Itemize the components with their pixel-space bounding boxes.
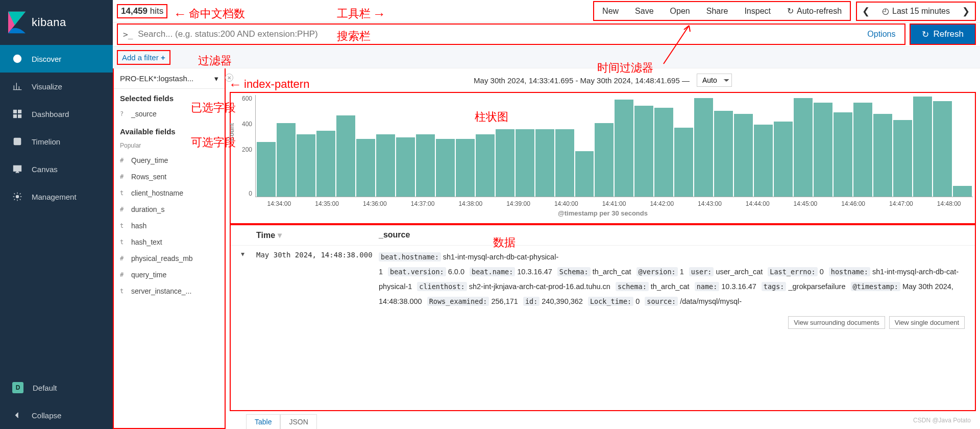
search-options-button[interactable]: Options <box>863 30 899 39</box>
table-row: ▾ May 30th 2024, 14:48:38.000 beat.hostn… <box>231 246 975 313</box>
save-button[interactable]: Save <box>627 2 662 20</box>
expand-row-button[interactable]: ▾ <box>241 250 256 258</box>
nav-dashboard[interactable]: Dashboard <box>0 100 113 128</box>
interval-select[interactable]: Auto <box>697 74 732 87</box>
tab-json[interactable]: JSON <box>280 414 316 429</box>
available-field[interactable]: tclient_hostname <box>114 185 225 201</box>
time-next-button[interactable]: ❯ <box>957 3 975 20</box>
field-value: 6.0.0 <box>448 268 464 276</box>
bar[interactable] <box>436 139 455 197</box>
field-key: beat.name: <box>470 267 515 276</box>
bar[interactable] <box>694 98 713 197</box>
topbar: 14,459 hits NewSaveOpenShareInspect↻ Aut… <box>113 0 980 22</box>
logo-text: kibana <box>32 16 66 29</box>
bar[interactable] <box>873 114 892 197</box>
bar[interactable] <box>595 123 614 197</box>
nav-canvas[interactable]: Canvas <box>0 155 113 183</box>
bar[interactable] <box>654 108 673 197</box>
open-button[interactable]: Open <box>662 2 698 20</box>
svg-point-7 <box>16 196 19 198</box>
nav-management[interactable]: Management <box>0 183 113 210</box>
bar[interactable] <box>853 103 872 197</box>
field-type-icon: # <box>120 206 126 213</box>
bar[interactable] <box>476 134 495 197</box>
bar[interactable] <box>814 103 832 197</box>
bar[interactable] <box>714 111 733 197</box>
chart-bars[interactable] <box>255 95 973 197</box>
bar[interactable] <box>356 139 375 197</box>
bar[interactable] <box>734 114 753 197</box>
bar[interactable] <box>336 115 355 197</box>
available-field[interactable]: thash <box>114 218 225 234</box>
bar[interactable] <box>376 134 395 197</box>
col-source[interactable]: _source <box>379 230 410 240</box>
field-value: 0 <box>635 297 640 305</box>
nav-visualize[interactable]: Visualize <box>0 73 113 100</box>
field-value: /data/mysql/mysql- <box>680 297 742 305</box>
svg-rect-2 <box>18 110 21 113</box>
share-button[interactable]: Share <box>698 2 737 20</box>
bar[interactable] <box>316 131 335 197</box>
field-value: _grokparsefailure <box>788 282 845 291</box>
search-input[interactable] <box>138 29 858 39</box>
bar[interactable] <box>834 112 852 197</box>
nav-timelion[interactable]: Timelion <box>0 128 113 155</box>
gear-icon <box>12 192 22 202</box>
bar[interactable] <box>774 122 793 197</box>
nav-default[interactable]: DDefault <box>0 374 113 401</box>
bar[interactable] <box>535 129 554 197</box>
bar[interactable] <box>277 123 296 197</box>
index-pattern-selector[interactable]: PRO-ELK*:logstash...▾ <box>114 68 225 89</box>
tab-table[interactable]: Table <box>246 414 280 429</box>
svg-rect-3 <box>14 115 17 118</box>
bar[interactable] <box>953 186 972 197</box>
bar[interactable] <box>674 128 693 197</box>
time-prev-button[interactable]: ❮ <box>857 3 875 20</box>
chevron-down-icon: ▾ <box>214 74 218 83</box>
doc-button[interactable]: View single document <box>889 316 965 329</box>
bar[interactable] <box>396 137 415 197</box>
available-field[interactable]: #physical_reads_mb <box>114 250 225 267</box>
auto-refresh-button[interactable]: ↻ Auto-refresh <box>779 2 850 20</box>
new-button[interactable]: New <box>594 2 627 20</box>
bar[interactable] <box>555 129 574 197</box>
doc-buttons: View surrounding documentsView single do… <box>231 313 975 332</box>
available-field[interactable]: #Rows_sent <box>114 169 225 185</box>
field-key: id: <box>523 297 540 306</box>
bar[interactable] <box>754 125 773 197</box>
refresh-button[interactable]: ↻ Refresh <box>910 23 976 45</box>
bar[interactable] <box>893 120 912 197</box>
bar[interactable] <box>634 106 653 197</box>
compass-icon <box>12 54 22 64</box>
bar[interactable] <box>496 129 514 197</box>
logo[interactable]: kibana <box>0 0 113 45</box>
available-field[interactable]: #Query_time <box>114 152 225 169</box>
bar[interactable] <box>257 142 276 197</box>
available-field[interactable]: #duration_s <box>114 201 225 218</box>
bar[interactable] <box>913 97 932 197</box>
bar[interactable] <box>615 100 633 197</box>
bar[interactable] <box>794 98 813 197</box>
selected-field[interactable]: ?_source <box>114 106 225 122</box>
nav-discover[interactable]: Discover <box>0 45 113 73</box>
bar[interactable] <box>575 151 594 197</box>
inspect-button[interactable]: Inspect <box>736 2 779 20</box>
col-time[interactable]: Time ▾ <box>256 230 379 240</box>
search-prompt-icon: >_ <box>123 30 133 39</box>
bar[interactable] <box>516 129 534 197</box>
bar[interactable] <box>416 134 435 197</box>
bar[interactable] <box>933 101 952 197</box>
time-range-button[interactable]: ◴Last 15 minutes <box>875 3 957 19</box>
field-key: source: <box>645 297 678 306</box>
add-filter-button[interactable]: Add a filter + <box>117 50 170 65</box>
available-field[interactable]: #query_time <box>114 267 225 283</box>
field-value: 240,390,362 <box>542 297 583 305</box>
available-field[interactable]: tserver_instance_... <box>114 283 225 299</box>
field-value: th_arch_cat <box>651 282 690 291</box>
doc-button[interactable]: View surrounding documents <box>788 316 885 329</box>
nav-collapse[interactable]: Collapse <box>0 401 113 429</box>
bar[interactable] <box>297 134 315 197</box>
field-value: 256,171 <box>491 297 518 305</box>
available-field[interactable]: thash_text <box>114 234 225 250</box>
bar[interactable] <box>456 139 475 197</box>
